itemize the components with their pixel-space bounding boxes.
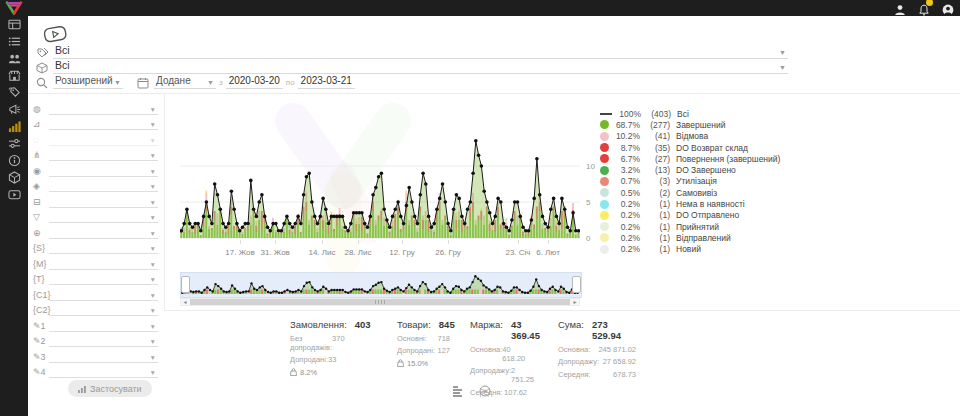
apply-button-label: Застосувати [90, 384, 142, 394]
horizontal-scrollbar[interactable]: ◂ ▸ [180, 298, 580, 306]
legend-item-8[interactable]: 0.2%(1)Нема в наявності [600, 198, 785, 209]
filter-row-param-c1-filter[interactable]: {C1} ▼ [33, 285, 158, 301]
filter-row-product-filter[interactable]: ◈ ▼ [33, 177, 158, 193]
param-s-filter-select[interactable]: ▼ [49, 241, 158, 254]
apply-button[interactable]: Застосувати [68, 380, 152, 397]
app-logo-icon[interactable] [4, 1, 24, 19]
date-from-prefix: з [219, 78, 223, 87]
legend-item-2[interactable]: 10.2%(41)Відмова [600, 131, 785, 142]
sidebar-item-analytics[interactable] [0, 118, 28, 135]
funnel-stage-filter-icon: ⊿ [33, 119, 49, 130]
legend-count: (1) [640, 244, 670, 254]
search-mode-select[interactable]: Розширений ▼ [53, 75, 123, 89]
legend-item-9[interactable]: 0.2%(1)DO Отправлено [600, 210, 785, 221]
x-tick-label: 26. Гру [435, 248, 461, 257]
filter-row-custom-field-2-filter[interactable]: ✎2 ▼ [33, 332, 158, 348]
list-view-icon[interactable] [453, 383, 465, 401]
notifications-bell-icon[interactable] [918, 2, 930, 14]
filter-row-responsible-filter[interactable]: ◉ ▼ [33, 161, 158, 177]
legend-item-5[interactable]: 3.2%(13)DO Завершено [600, 164, 785, 175]
filter-row-param-s-filter[interactable]: {S} ▼ [33, 239, 158, 255]
main-chart[interactable] [180, 100, 580, 242]
category-select[interactable]: Всі ▼ [53, 44, 788, 59]
param-c2-filter-select[interactable]: ▼ [49, 303, 158, 316]
filter-row-disabled-filter[interactable]: ◌ ▼ [33, 130, 158, 146]
legend-item-7[interactable]: 0.5%(2)Самовивіз [600, 187, 785, 198]
stats-divider [164, 310, 960, 311]
product-view-icon[interactable] [479, 383, 491, 401]
filter-row-funnel-stage-filter[interactable]: ⊿ ▼ [33, 115, 158, 131]
date-field-select[interactable]: Додане ▼ [154, 75, 216, 89]
sidebar-item-integrations[interactable] [0, 169, 28, 186]
sidebar-item-store[interactable] [0, 67, 28, 84]
legend-item-4[interactable]: 6.7%(27)Повернення (завершений) [600, 153, 785, 164]
stat-sub-value: 718 [437, 334, 450, 343]
x-tick-label: 23. Січ [505, 248, 530, 257]
sidebar-item-marketing[interactable] [0, 101, 28, 118]
sidebar-item-products[interactable] [0, 84, 28, 101]
account-avatar-icon[interactable] [942, 2, 954, 14]
date-from-input[interactable]: 2020-03-20 [226, 75, 283, 89]
responsible-filter-select[interactable]: ▼ [49, 164, 158, 177]
param-m-filter-select[interactable]: ▼ [49, 257, 158, 270]
product-filter-select[interactable]: ▼ [49, 179, 158, 192]
scroll-right-arrow[interactable]: ▸ [571, 299, 579, 305]
payment-filter-select[interactable]: ▼ [49, 195, 158, 208]
legend-item-3[interactable]: 8.7%(35)DO Возврат склад [600, 142, 785, 153]
sidebar-item-info[interactable] [0, 152, 28, 169]
range-handle-right[interactable] [572, 276, 581, 293]
info-icon [8, 154, 21, 167]
legend-dot-swatch [600, 154, 609, 163]
legend-label: Повернення (завершений) [676, 154, 780, 164]
legend-item-11[interactable]: 0.2%(1)Відправлений [600, 232, 785, 243]
range-handle-left[interactable] [181, 276, 190, 293]
filter-row-region-filter[interactable]: ⊕ ▼ [33, 223, 158, 239]
sidebar-item-orders[interactable] [0, 33, 28, 50]
custom-field-3-filter-icon: ✎3 [33, 352, 49, 363]
funnel-filter-select[interactable]: ▼ [49, 210, 158, 223]
legend-item-10[interactable]: 0.2%(1)Прийнятий [600, 221, 785, 232]
custom-field-4-filter-select[interactable]: ▼ [49, 365, 158, 378]
stat-sub-label: Основні: [397, 334, 427, 343]
region-filter-select[interactable]: ▼ [49, 226, 158, 239]
param-t-filter-select[interactable]: ▼ [49, 272, 158, 285]
param-c1-filter-select[interactable]: ▼ [49, 288, 158, 301]
filter-row-param-t-filter[interactable]: {T} ▼ [33, 270, 158, 286]
legend-dot-swatch [600, 188, 609, 197]
topbar-actions [894, 1, 954, 15]
scroll-left-arrow[interactable]: ◂ [181, 299, 189, 305]
disabled-filter-select[interactable]: ▼ [49, 133, 158, 146]
filter-row-param-m-filter[interactable]: {M} ▼ [33, 254, 158, 270]
sidebar-item-settings[interactable] [0, 135, 28, 152]
chart-minimap[interactable] [180, 272, 582, 298]
sidebar-item-tutorials[interactable] [0, 186, 28, 203]
legend-item-12[interactable]: 0.2%(1)Новий [600, 244, 785, 255]
user-icon[interactable] [894, 2, 906, 14]
sidebar-item-clients[interactable] [0, 50, 28, 67]
legend-item-0[interactable]: 100%(403)Всі [600, 108, 785, 119]
source-filter-select[interactable]: ▼ [49, 102, 158, 115]
filter-row-param-c2-filter[interactable]: {C2} ▼ [33, 301, 158, 317]
filter-row-custom-field-1-filter[interactable]: ✎1 ▼ [33, 316, 158, 332]
date-to-input[interactable]: 2023-03-21 [298, 75, 355, 89]
x-tick-mark [358, 240, 359, 244]
funnel-stage-filter-select[interactable]: ▼ [49, 117, 158, 130]
scrollbar-thumb[interactable] [190, 299, 570, 305]
filter-row-source-filter[interactable]: ◍ ▼ [33, 99, 158, 115]
filter-panel: ◍ ▼⊿ ▼◌ ▼⋔ ▼◉ ▼◈ ▼⊟ ▼▽ ▼⊕ ▼{S} ▼{M} ▼{T}… [33, 99, 158, 378]
filter-row-structure-filter[interactable]: ⋔ ▼ [33, 146, 158, 162]
custom-field-3-filter-select[interactable]: ▼ [49, 350, 158, 363]
filter-row-payment-filter[interactable]: ⊟ ▼ [33, 192, 158, 208]
legend-item-6[interactable]: 0.7%(3)Утилізація [600, 176, 785, 187]
product-select[interactable]: Всі ▼ [53, 59, 788, 74]
legend-item-1[interactable]: 68.7%(277)Завершений [600, 119, 785, 130]
filter-row-custom-field-3-filter[interactable]: ✎3 ▼ [33, 347, 158, 363]
legend-dot-swatch [600, 222, 609, 231]
custom-field-2-filter-select[interactable]: ▼ [49, 334, 158, 347]
chevron-down-icon: ▼ [150, 354, 156, 361]
custom-field-1-filter-select[interactable]: ▼ [49, 319, 158, 332]
filter-row-custom-field-4-filter[interactable]: ✎4 ▼ [33, 363, 158, 379]
filter-row-funnel-filter[interactable]: ▽ ▼ [33, 208, 158, 224]
structure-filter-select[interactable]: ▼ [49, 148, 158, 161]
stat-sub-value: 370 [332, 334, 345, 352]
